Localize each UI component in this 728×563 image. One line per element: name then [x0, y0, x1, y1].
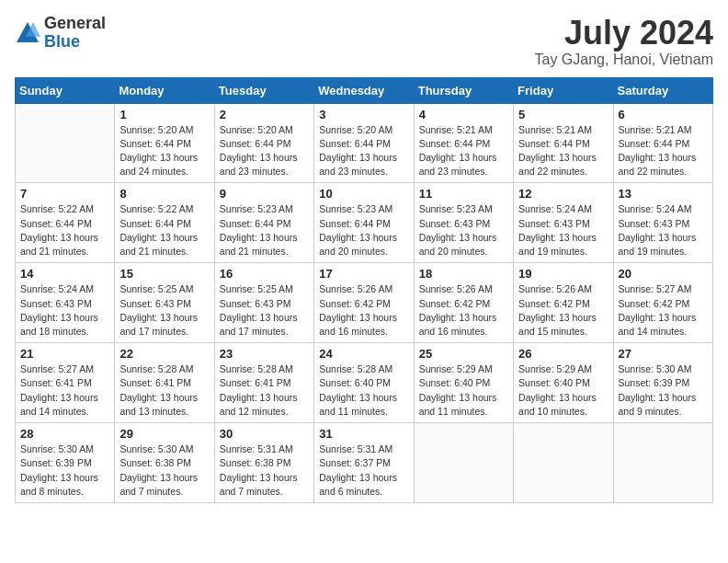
day-info: Sunrise: 5:23 AMSunset: 6:44 PMDaylight:… — [220, 202, 309, 259]
logo-text: General Blue — [44, 15, 106, 52]
calendar-cell: 5Sunrise: 5:21 AMSunset: 6:44 PMDaylight… — [514, 103, 613, 183]
day-number: 28 — [20, 427, 109, 441]
location: Tay GJang, Hanoi, Vietnam — [535, 52, 713, 68]
day-info: Sunrise: 5:28 AMSunset: 6:40 PMDaylight:… — [319, 362, 408, 419]
calendar-cell: 15Sunrise: 5:25 AMSunset: 6:43 PMDayligh… — [115, 263, 214, 343]
calendar-cell: 6Sunrise: 5:21 AMSunset: 6:44 PMDaylight… — [613, 103, 712, 183]
day-number: 15 — [119, 267, 209, 281]
day-info: Sunrise: 5:20 AMSunset: 6:44 PMDaylight:… — [319, 123, 408, 179]
calendar-cell: 20Sunrise: 5:27 AMSunset: 6:42 PMDayligh… — [613, 263, 712, 343]
day-info: Sunrise: 5:21 AMSunset: 6:44 PMDaylight:… — [518, 123, 608, 179]
day-number: 10 — [319, 187, 408, 201]
day-info: Sunrise: 5:26 AMSunset: 6:42 PMDaylight:… — [319, 282, 408, 339]
page-header: General Blue July 2024 Tay GJang, Hanoi,… — [15, 15, 713, 68]
calendar-cell: 7Sunrise: 5:22 AMSunset: 6:44 PMDaylight… — [16, 183, 115, 263]
day-info: Sunrise: 5:30 AMSunset: 6:39 PMDaylight:… — [20, 442, 109, 499]
day-number: 14 — [20, 267, 109, 281]
day-info: Sunrise: 5:22 AMSunset: 6:44 PMDaylight:… — [119, 202, 209, 259]
calendar-cell: 18Sunrise: 5:26 AMSunset: 6:42 PMDayligh… — [414, 263, 513, 343]
calendar-cell: 12Sunrise: 5:24 AMSunset: 6:43 PMDayligh… — [514, 183, 613, 263]
calendar-cell: 8Sunrise: 5:22 AMSunset: 6:44 PMDaylight… — [115, 183, 214, 263]
weekday-header-sunday: Sunday — [16, 77, 115, 103]
day-number: 27 — [619, 347, 708, 361]
day-number: 12 — [518, 187, 608, 201]
day-info: Sunrise: 5:27 AMSunset: 6:41 PMDaylight:… — [20, 362, 109, 419]
day-number: 23 — [220, 347, 309, 361]
weekday-header-wednesday: Wednesday — [314, 77, 414, 103]
day-number: 21 — [20, 347, 109, 361]
day-info: Sunrise: 5:30 AMSunset: 6:38 PMDaylight:… — [119, 442, 209, 499]
calendar-cell: 14Sunrise: 5:24 AMSunset: 6:43 PMDayligh… — [16, 263, 115, 343]
weekday-header-saturday: Saturday — [613, 77, 712, 103]
calendar-cell: 19Sunrise: 5:26 AMSunset: 6:42 PMDayligh… — [514, 263, 613, 343]
calendar-cell: 30Sunrise: 5:31 AMSunset: 6:38 PMDayligh… — [214, 423, 313, 503]
day-info: Sunrise: 5:31 AMSunset: 6:37 PMDaylight:… — [319, 442, 408, 499]
day-info: Sunrise: 5:25 AMSunset: 6:43 PMDaylight:… — [220, 282, 309, 339]
logo: General Blue — [15, 15, 106, 52]
day-number: 19 — [518, 267, 608, 281]
logo-icon — [15, 20, 40, 46]
calendar-cell: 17Sunrise: 5:26 AMSunset: 6:42 PMDayligh… — [314, 263, 414, 343]
calendar-body: 1Sunrise: 5:20 AMSunset: 6:44 PMDaylight… — [16, 103, 713, 502]
day-number: 8 — [119, 187, 209, 201]
day-info: Sunrise: 5:29 AMSunset: 6:40 PMDaylight:… — [518, 362, 608, 419]
calendar-cell: 3Sunrise: 5:20 AMSunset: 6:44 PMDaylight… — [314, 103, 414, 183]
day-number: 3 — [319, 108, 408, 121]
calendar-cell: 11Sunrise: 5:23 AMSunset: 6:43 PMDayligh… — [414, 183, 513, 263]
calendar-cell: 1Sunrise: 5:20 AMSunset: 6:44 PMDaylight… — [115, 103, 214, 183]
calendar-table: SundayMondayTuesdayWednesdayThursdayFrid… — [15, 77, 713, 503]
day-number: 26 — [518, 347, 608, 361]
calendar-cell — [414, 423, 513, 503]
calendar-cell: 16Sunrise: 5:25 AMSunset: 6:43 PMDayligh… — [214, 263, 313, 343]
day-info: Sunrise: 5:24 AMSunset: 6:43 PMDaylight:… — [20, 282, 109, 339]
calendar-cell: 29Sunrise: 5:30 AMSunset: 6:38 PMDayligh… — [115, 423, 214, 503]
calendar-week-row: 7Sunrise: 5:22 AMSunset: 6:44 PMDaylight… — [16, 183, 713, 263]
day-number: 31 — [319, 427, 408, 441]
day-info: Sunrise: 5:30 AMSunset: 6:39 PMDaylight:… — [619, 362, 708, 419]
day-number: 24 — [319, 347, 408, 361]
day-number: 6 — [619, 108, 708, 121]
calendar-cell: 27Sunrise: 5:30 AMSunset: 6:39 PMDayligh… — [613, 343, 712, 423]
day-info: Sunrise: 5:29 AMSunset: 6:40 PMDaylight:… — [419, 362, 508, 419]
calendar-cell — [613, 423, 712, 503]
day-number: 30 — [220, 427, 309, 441]
weekday-header-thursday: Thursday — [414, 77, 513, 103]
calendar-cell: 28Sunrise: 5:30 AMSunset: 6:39 PMDayligh… — [16, 423, 115, 503]
calendar-cell: 25Sunrise: 5:29 AMSunset: 6:40 PMDayligh… — [414, 343, 513, 423]
day-info: Sunrise: 5:23 AMSunset: 6:44 PMDaylight:… — [319, 202, 408, 259]
day-number: 20 — [619, 267, 708, 281]
day-info: Sunrise: 5:20 AMSunset: 6:44 PMDaylight:… — [119, 123, 209, 179]
day-info: Sunrise: 5:21 AMSunset: 6:44 PMDaylight:… — [419, 123, 508, 179]
day-info: Sunrise: 5:23 AMSunset: 6:43 PMDaylight:… — [419, 202, 508, 259]
day-number: 5 — [518, 108, 608, 121]
calendar-week-row: 28Sunrise: 5:30 AMSunset: 6:39 PMDayligh… — [16, 423, 713, 503]
day-number: 11 — [419, 187, 508, 201]
weekday-header-row: SundayMondayTuesdayWednesdayThursdayFrid… — [16, 77, 713, 103]
calendar-week-row: 21Sunrise: 5:27 AMSunset: 6:41 PMDayligh… — [16, 343, 713, 423]
day-number: 25 — [419, 347, 508, 361]
day-info: Sunrise: 5:22 AMSunset: 6:44 PMDaylight:… — [20, 202, 109, 259]
calendar-cell: 26Sunrise: 5:29 AMSunset: 6:40 PMDayligh… — [514, 343, 613, 423]
calendar-cell: 22Sunrise: 5:28 AMSunset: 6:41 PMDayligh… — [115, 343, 214, 423]
calendar-cell: 9Sunrise: 5:23 AMSunset: 6:44 PMDaylight… — [214, 183, 313, 263]
day-number: 2 — [220, 108, 309, 121]
day-number: 16 — [220, 267, 309, 281]
day-number: 22 — [119, 347, 209, 361]
day-info: Sunrise: 5:28 AMSunset: 6:41 PMDaylight:… — [220, 362, 309, 419]
day-info: Sunrise: 5:31 AMSunset: 6:38 PMDaylight:… — [220, 442, 309, 499]
day-info: Sunrise: 5:28 AMSunset: 6:41 PMDaylight:… — [119, 362, 209, 419]
day-number: 17 — [319, 267, 408, 281]
day-info: Sunrise: 5:25 AMSunset: 6:43 PMDaylight:… — [119, 282, 209, 339]
calendar-cell: 31Sunrise: 5:31 AMSunset: 6:37 PMDayligh… — [314, 423, 414, 503]
calendar-week-row: 1Sunrise: 5:20 AMSunset: 6:44 PMDaylight… — [16, 103, 713, 183]
calendar-cell — [16, 103, 115, 183]
calendar-cell — [514, 423, 613, 503]
day-number: 7 — [20, 187, 109, 201]
month-year: July 2024 — [535, 15, 713, 52]
day-info: Sunrise: 5:26 AMSunset: 6:42 PMDaylight:… — [419, 282, 508, 339]
calendar-cell: 24Sunrise: 5:28 AMSunset: 6:40 PMDayligh… — [314, 343, 414, 423]
calendar-cell: 2Sunrise: 5:20 AMSunset: 6:44 PMDaylight… — [214, 103, 313, 183]
logo-blue-text: Blue — [44, 33, 106, 52]
day-number: 4 — [419, 108, 508, 121]
calendar-cell: 13Sunrise: 5:24 AMSunset: 6:43 PMDayligh… — [613, 183, 712, 263]
